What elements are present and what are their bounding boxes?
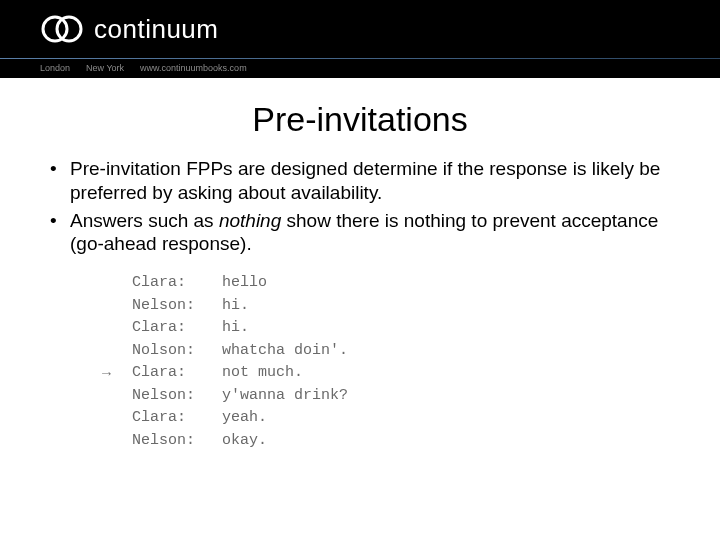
dialogue-row: Nelson:hi. xyxy=(132,295,690,318)
dialogue-speaker: Clara: xyxy=(132,272,222,295)
header-meta: London New York www.continuumbooks.com xyxy=(0,59,720,77)
dialogue-row: Nelson:y'wanna drink? xyxy=(132,385,690,408)
dialogue-transcript: → Clara:helloNelson:hi.Clara:hi.Nolson:w… xyxy=(132,272,690,452)
dialogue-line: hello xyxy=(222,272,267,295)
dialogue-speaker: Nelson: xyxy=(132,385,222,408)
dialogue-speaker: Clara: xyxy=(132,407,222,430)
brand-name: continuum xyxy=(94,14,218,45)
dialogue-speaker: Nolson: xyxy=(132,340,222,363)
bullet-list: Pre-invitation FPPs are designed determi… xyxy=(50,157,690,256)
brand-logo: continuum xyxy=(40,7,218,51)
dialogue-speaker: Nelson: xyxy=(132,430,222,453)
dialogue-row: Clara:hi. xyxy=(132,317,690,340)
dialogue-row: Nelson:okay. xyxy=(132,430,690,453)
dialogue-row: Clara:yeah. xyxy=(132,407,690,430)
svg-point-0 xyxy=(43,17,67,41)
dialogue-row: Clara:hello xyxy=(132,272,690,295)
city-label: London xyxy=(40,63,70,73)
dialogue-speaker: Nelson: xyxy=(132,295,222,318)
dialogue-line: okay. xyxy=(222,430,267,453)
dialogue-line: hi. xyxy=(222,295,249,318)
city-label: New York xyxy=(86,63,124,73)
bullet-item: Pre-invitation FPPs are designed determi… xyxy=(50,157,690,205)
dialogue-line: hi. xyxy=(222,317,249,340)
bullet-item: Answers such as nothing show there is no… xyxy=(50,209,690,257)
brand-url: www.continuumbooks.com xyxy=(140,63,247,73)
brand-header: continuum London New York www.continuumb… xyxy=(0,0,720,78)
slide-title: Pre-invitations xyxy=(0,100,720,139)
continuum-logo-icon xyxy=(40,7,84,51)
dialogue-line: not much. xyxy=(222,362,303,385)
dialogue-row: Nolson:whatcha doin'. xyxy=(132,340,690,363)
dialogue-speaker: Clara: xyxy=(132,317,222,340)
dialogue-line: y'wanna drink? xyxy=(222,385,348,408)
dialogue-line: yeah. xyxy=(222,407,267,430)
dialogue-row: Clara:not much. xyxy=(132,362,690,385)
svg-point-1 xyxy=(57,17,81,41)
header-top: continuum xyxy=(0,0,720,58)
dialogue-speaker: Clara: xyxy=(132,362,222,385)
slide-content: Pre-invitation FPPs are designed determi… xyxy=(0,157,720,452)
italic-text: nothing xyxy=(219,210,281,231)
arrow-marker-icon: → xyxy=(102,364,111,387)
dialogue-line: whatcha doin'. xyxy=(222,340,348,363)
